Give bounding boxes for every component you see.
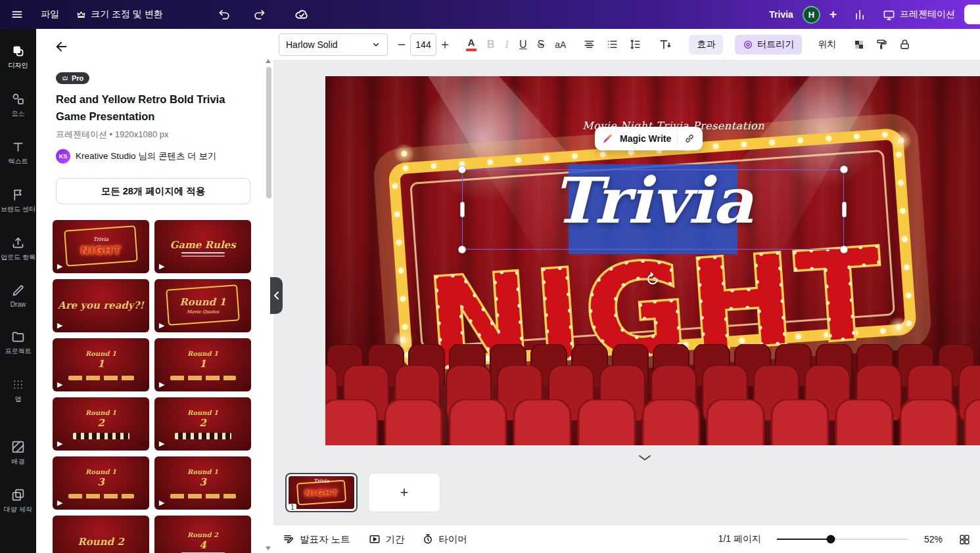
timer-button[interactable]: 타이머: [422, 533, 468, 546]
insights-button[interactable]: [854, 8, 867, 21]
main-menu-button[interactable]: [11, 8, 24, 21]
template-thumbnail[interactable]: Are you ready?! ▶: [53, 279, 149, 332]
template-thumbnail[interactable]: Round 1 1 ▶: [53, 338, 149, 391]
resize-handle-top-right[interactable]: [840, 166, 848, 173]
apply-all-pages-button[interactable]: 모든 28개 페이지에 적용: [56, 178, 250, 204]
resize-handle-left[interactable]: [460, 202, 465, 217]
play-icon[interactable]: ▶: [57, 380, 62, 389]
play-icon[interactable]: ▶: [159, 262, 164, 271]
thumb-answer-options: [170, 494, 236, 498]
template-thumbnail[interactable]: Round 1 3 ▶: [53, 456, 149, 510]
sidebar-item-apps[interactable]: 앱: [0, 369, 36, 412]
top-bar: 파일 크기 조정 및 변환 Trivia H + 프레젠테이션: [0, 0, 980, 29]
link-button[interactable]: [684, 133, 695, 144]
scroll-down-arrow[interactable]: [266, 546, 271, 550]
position-button[interactable]: 위치: [818, 39, 836, 51]
resize-handle-top-left[interactable]: [458, 166, 466, 173]
sidebar-item-projects[interactable]: 프로젝트: [0, 321, 36, 365]
presenter-notes-button[interactable]: 발표자 노트: [283, 533, 350, 546]
thumb-title: Round 2: [78, 537, 124, 548]
play-icon[interactable]: ▶: [159, 439, 164, 448]
bold-button[interactable]: B: [487, 39, 495, 51]
resize-handle-bottom-left[interactable]: [458, 246, 466, 254]
add-page-button[interactable]: +: [368, 473, 440, 512]
present-button-partial[interactable]: [964, 5, 980, 24]
sidebar-item-text[interactable]: 텍스트: [0, 131, 36, 175]
italic-button[interactable]: I: [505, 39, 509, 51]
panel-scrollbar[interactable]: [266, 67, 271, 198]
text-case-button[interactable]: aA: [555, 39, 566, 50]
template-thumbnail[interactable]: Round 1 2 ▶: [53, 397, 149, 451]
author-link-row[interactable]: KS Kreative Studio 님의 콘텐츠 더 보기: [56, 149, 250, 164]
magic-write-button[interactable]: Magic Write: [620, 133, 671, 144]
line-spacing-button[interactable]: [629, 38, 642, 51]
selected-text-element[interactable]: Trivia: [548, 160, 758, 242]
play-icon[interactable]: ▶: [57, 498, 62, 507]
effects-button[interactable]: 효과: [689, 35, 723, 55]
resize-handle-right[interactable]: [842, 202, 847, 217]
template-thumbnail[interactable]: Round 1 3 ▶: [154, 456, 251, 510]
text-align-button[interactable]: [583, 38, 595, 51]
scroll-up-arrow[interactable]: [266, 59, 271, 63]
underline-button[interactable]: U: [519, 39, 527, 51]
play-icon[interactable]: ▶: [159, 380, 164, 389]
redo-button[interactable]: [252, 8, 266, 21]
slide-canvas[interactable]: NIGHT NIGHT Movie Night Trivia Presentat…: [325, 76, 980, 445]
play-icon[interactable]: ▶: [57, 321, 62, 330]
presentation-mode-button[interactable]: 프레젠테이션: [883, 9, 955, 21]
sidebar-item-brand-center[interactable]: 브랜드 센터: [0, 179, 36, 223]
resize-button[interactable]: 크기 조정 및 변환: [76, 9, 163, 20]
play-icon[interactable]: ▶: [57, 262, 62, 271]
play-icon[interactable]: ▶: [159, 321, 164, 330]
play-icon[interactable]: ▶: [57, 439, 62, 448]
decrease-font-size-button[interactable]: [396, 39, 407, 50]
play-icon[interactable]: ▶: [159, 498, 164, 507]
back-button[interactable]: [55, 39, 69, 54]
font-size-input[interactable]: 144: [410, 33, 436, 56]
undo-button[interactable]: [218, 8, 231, 21]
template-thumbnail[interactable]: Round 2 4 ▶: [154, 516, 251, 553]
sidebar-item-bulk-create[interactable]: 대량 제작: [0, 479, 36, 523]
template-thumbnail[interactable]: Round 1 Movie Quotes ▶: [154, 279, 251, 332]
template-thumbnail[interactable]: Round 1 1 ▶: [154, 338, 251, 391]
resize-handle-bottom-right[interactable]: [840, 246, 848, 254]
file-menu-button[interactable]: 파일: [41, 9, 59, 20]
author-more-link[interactable]: Kreative Studio 님의 콘텐츠 더 보기: [76, 150, 217, 162]
template-thumbnail[interactable]: Round 1 2 ▶: [154, 397, 251, 451]
thumb-title: Round 1: [85, 409, 116, 416]
transparency-button[interactable]: [853, 39, 865, 51]
font-family-select[interactable]: Harlow Solid: [279, 33, 388, 56]
panel-collapse-button[interactable]: [270, 277, 283, 314]
vertical-text-button[interactable]: [659, 38, 672, 51]
copy-style-button[interactable]: [875, 38, 888, 51]
document-title[interactable]: Trivia: [769, 9, 793, 20]
duration-button[interactable]: 기간: [369, 533, 405, 546]
sidebar-item-background[interactable]: 배경: [0, 431, 36, 475]
sidebar-item-uploads[interactable]: 업로드 항목: [0, 227, 36, 271]
animate-button[interactable]: 터트리기: [735, 35, 802, 55]
increase-font-size-button[interactable]: [440, 39, 450, 50]
stopwatch-icon: [422, 533, 434, 545]
user-avatar[interactable]: H: [803, 6, 820, 24]
sidebar-item-design[interactable]: 디자인: [0, 35, 36, 79]
crown-icon: [62, 75, 68, 81]
cloud-save-status-button[interactable]: [294, 7, 309, 22]
zoom-slider-knob[interactable]: [826, 535, 835, 544]
template-thumbnail[interactable]: Trivia NIGHT ▶: [53, 220, 149, 273]
page-indicator[interactable]: 1/1 페이지: [718, 533, 761, 545]
template-thumbnail[interactable]: Round 2 ▶: [53, 516, 149, 553]
grid-view-button[interactable]: [958, 533, 971, 546]
text-color-button[interactable]: A: [466, 37, 477, 51]
rotate-handle[interactable]: [645, 271, 662, 288]
sidebar-item-draw[interactable]: Draw: [0, 275, 36, 317]
sidebar-item-elements[interactable]: 요소: [0, 83, 36, 127]
brand-flag-icon: [11, 188, 25, 202]
collapse-canvas-chevron[interactable]: [637, 453, 655, 462]
bullet-list-button[interactable]: [606, 38, 618, 51]
zoom-slider[interactable]: [777, 539, 908, 540]
lock-button[interactable]: [898, 38, 911, 51]
strikethrough-button[interactable]: S: [537, 39, 544, 51]
invite-member-button[interactable]: +: [829, 7, 837, 22]
page-thumbnail-selected[interactable]: Trivia NIGHT 1: [285, 473, 358, 512]
template-thumbnail[interactable]: Game Rules ▶: [154, 220, 251, 273]
